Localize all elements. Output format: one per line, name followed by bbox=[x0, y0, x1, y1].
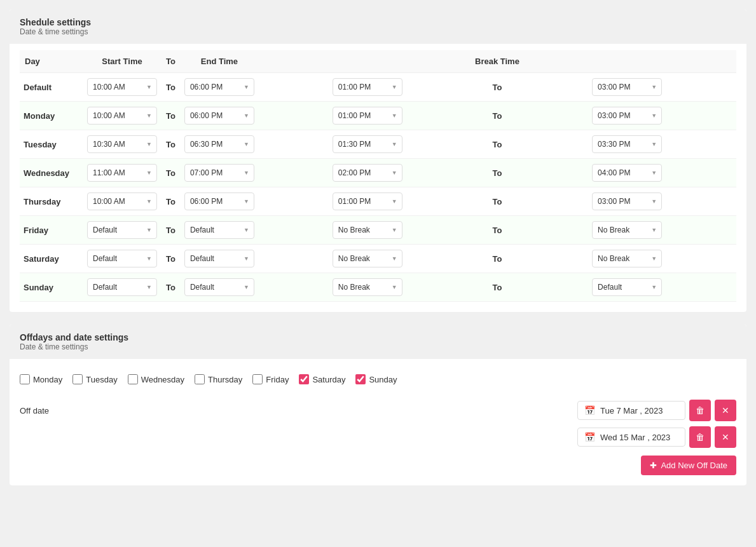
checkbox-label: Monday bbox=[33, 375, 62, 384]
to-label-2: To bbox=[477, 102, 518, 130]
checkbox-label: Tuesday bbox=[86, 375, 117, 384]
delete-off-date-button[interactable]: 🗑 bbox=[689, 426, 711, 448]
off-date-label: Off date bbox=[20, 400, 64, 415]
start-time-select[interactable]: DefaultNo Break12:00 AM12:30 AM01:00 AM0… bbox=[87, 250, 157, 267]
break-start-select[interactable]: DefaultNo Break12:00 AM12:30 AM01:00 AM0… bbox=[333, 164, 402, 182]
end-time-select[interactable]: DefaultNo Break12:00 AM12:30 AM01:00 AM0… bbox=[184, 278, 254, 296]
start-time-select[interactable]: DefaultNo Break12:00 AM12:30 AM01:00 AM0… bbox=[87, 164, 157, 182]
day-label: Default bbox=[24, 83, 52, 92]
end-time-select[interactable]: DefaultNo Break12:00 AM12:30 AM01:00 AM0… bbox=[184, 107, 254, 125]
to-label-2: To bbox=[477, 187, 518, 216]
break-start-select[interactable]: DefaultNo Break12:00 AM12:30 AM01:00 AM0… bbox=[333, 107, 402, 125]
day-cell: Friday bbox=[20, 216, 83, 245]
start-time-select[interactable]: DefaultNo Break12:00 AM12:30 AM01:00 AM0… bbox=[87, 278, 157, 296]
day-cell: Thursday bbox=[20, 187, 83, 216]
day-cell: Default bbox=[20, 73, 83, 102]
calendar-icon: 📅 bbox=[584, 432, 595, 442]
col-start-time: Start Time bbox=[83, 50, 161, 73]
delete-off-date-button[interactable]: 🗑 bbox=[689, 400, 711, 421]
break-start-select[interactable]: DefaultNo Break12:00 AM12:30 AM01:00 AM0… bbox=[333, 250, 402, 267]
to-label-1: To bbox=[161, 159, 181, 187]
col-day: Day bbox=[20, 50, 83, 73]
start-time-cell: DefaultNo Break12:00 AM12:30 AM01:00 AM0… bbox=[83, 159, 161, 187]
break-end-select[interactable]: DefaultNo Break12:00 AM12:30 AM01:00 AM0… bbox=[592, 250, 662, 267]
break-start-select[interactable]: DefaultNo Break12:00 AM12:30 AM01:00 AM0… bbox=[333, 192, 402, 210]
to-label-2: To bbox=[477, 245, 518, 273]
close-off-date-button[interactable]: ✕ bbox=[715, 400, 736, 421]
date-input-wrap: 📅Tue 7 Mar , 2023 bbox=[577, 401, 685, 420]
end-time-cell: DefaultNo Break12:00 AM12:30 AM01:00 AM0… bbox=[181, 130, 258, 159]
to-label-2: To bbox=[477, 216, 518, 245]
offdays-settings-title: Offdays and date settings bbox=[20, 332, 736, 342]
break-end-select[interactable]: DefaultNo Break12:00 AM12:30 AM01:00 AM0… bbox=[592, 78, 662, 96]
break-start-select[interactable]: DefaultNo Break12:00 AM12:30 AM01:00 AM0… bbox=[333, 135, 402, 153]
break-end-select[interactable]: DefaultNo Break12:00 AM12:30 AM01:00 AM0… bbox=[592, 107, 662, 125]
break-end-cell: DefaultNo Break12:00 AM12:30 AM01:00 AM0… bbox=[518, 187, 736, 216]
add-new-off-date-button[interactable]: ✚ Add New Off Date bbox=[641, 456, 736, 475]
end-time-cell: DefaultNo Break12:00 AM12:30 AM01:00 AM0… bbox=[181, 245, 258, 273]
start-time-cell: DefaultNo Break12:00 AM12:30 AM01:00 AM0… bbox=[83, 187, 161, 216]
start-time-select[interactable]: DefaultNo Break12:00 AM12:30 AM01:00 AM0… bbox=[87, 192, 157, 210]
offdays-checkbox-row: MondayTuesdayWednesdayThursdayFridaySatu… bbox=[20, 369, 736, 395]
day-checkbox[interactable] bbox=[128, 374, 138, 384]
start-time-select[interactable]: DefaultNo Break12:00 AM12:30 AM01:00 AM0… bbox=[87, 107, 157, 125]
break-end-cell: DefaultNo Break12:00 AM12:30 AM01:00 AM0… bbox=[518, 245, 736, 273]
checkbox-item[interactable]: Wednesday bbox=[128, 374, 184, 384]
break-end-select[interactable]: DefaultNo Break12:00 AM12:30 AM01:00 AM0… bbox=[592, 135, 662, 153]
start-time-select[interactable]: DefaultNo Break12:00 AM12:30 AM01:00 AM0… bbox=[87, 78, 157, 96]
break-end-select[interactable]: DefaultNo Break12:00 AM12:30 AM01:00 AM0… bbox=[592, 278, 662, 296]
break-start-select[interactable]: DefaultNo Break12:00 AM12:30 AM01:00 AM0… bbox=[333, 278, 402, 296]
break-start-select[interactable]: DefaultNo Break12:00 AM12:30 AM01:00 AM0… bbox=[333, 221, 402, 239]
day-checkbox[interactable] bbox=[72, 374, 83, 384]
end-time-select[interactable]: DefaultNo Break12:00 AM12:30 AM01:00 AM0… bbox=[184, 164, 254, 182]
to-label-2: To bbox=[477, 159, 518, 187]
day-checkbox[interactable] bbox=[252, 374, 263, 384]
off-date-section: Off date 📅Tue 7 Mar , 2023🗑✕📅Wed 15 Mar … bbox=[20, 395, 736, 475]
break-end-select[interactable]: DefaultNo Break12:00 AM12:30 AM01:00 AM0… bbox=[592, 164, 662, 182]
start-time-cell: DefaultNo Break12:00 AM12:30 AM01:00 AM0… bbox=[83, 216, 161, 245]
break-start-cell: DefaultNo Break12:00 AM12:30 AM01:00 AM0… bbox=[258, 102, 477, 130]
break-start-cell: DefaultNo Break12:00 AM12:30 AM01:00 AM0… bbox=[258, 159, 477, 187]
checkbox-item[interactable]: Tuesday bbox=[72, 374, 117, 384]
end-time-select[interactable]: DefaultNo Break12:00 AM12:30 AM01:00 AM0… bbox=[184, 78, 254, 96]
day-checkbox[interactable] bbox=[355, 374, 366, 384]
day-checkbox[interactable] bbox=[299, 374, 309, 384]
break-start-select[interactable]: DefaultNo Break12:00 AM12:30 AM01:00 AM0… bbox=[333, 78, 402, 96]
end-time-select[interactable]: DefaultNo Break12:00 AM12:30 AM01:00 AM0… bbox=[184, 250, 254, 267]
checkbox-item[interactable]: Sunday bbox=[355, 374, 397, 384]
break-end-cell: DefaultNo Break12:00 AM12:30 AM01:00 AM0… bbox=[518, 130, 736, 159]
end-time-cell: DefaultNo Break12:00 AM12:30 AM01:00 AM0… bbox=[181, 73, 258, 102]
day-checkbox[interactable] bbox=[195, 374, 205, 384]
day-label: Monday bbox=[24, 111, 55, 121]
start-time-select[interactable]: DefaultNo Break12:00 AM12:30 AM01:00 AM0… bbox=[87, 221, 157, 239]
off-date-row: 📅Wed 15 Mar , 2023🗑✕ bbox=[577, 426, 736, 448]
break-end-select[interactable]: DefaultNo Break12:00 AM12:30 AM01:00 AM0… bbox=[592, 192, 662, 210]
off-date-list: 📅Tue 7 Mar , 2023🗑✕📅Wed 15 Mar , 2023🗑✕✚… bbox=[74, 400, 736, 475]
checkbox-item[interactable]: Monday bbox=[20, 374, 62, 384]
to-label-1: To bbox=[161, 187, 181, 216]
date-input-wrap: 📅Wed 15 Mar , 2023 bbox=[577, 428, 685, 447]
col-end-time: End Time bbox=[181, 50, 258, 73]
to-label-2: To bbox=[477, 273, 518, 302]
start-time-cell: DefaultNo Break12:00 AM12:30 AM01:00 AM0… bbox=[83, 102, 161, 130]
break-end-select[interactable]: DefaultNo Break12:00 AM12:30 AM01:00 AM0… bbox=[592, 221, 662, 239]
schedule-table: Day Start Time To End Time Break Time De… bbox=[20, 50, 736, 302]
off-date-text: Wed 15 Mar , 2023 bbox=[600, 433, 670, 442]
day-checkbox[interactable] bbox=[20, 374, 30, 384]
start-time-cell: DefaultNo Break12:00 AM12:30 AM01:00 AM0… bbox=[83, 73, 161, 102]
end-time-select[interactable]: DefaultNo Break12:00 AM12:30 AM01:00 AM0… bbox=[184, 221, 254, 239]
close-off-date-button[interactable]: ✕ bbox=[715, 426, 736, 448]
table-row: WednesdayDefaultNo Break12:00 AM12:30 AM… bbox=[20, 159, 736, 187]
day-label: Saturday bbox=[24, 254, 59, 264]
end-time-select[interactable]: DefaultNo Break12:00 AM12:30 AM01:00 AM0… bbox=[184, 192, 254, 210]
checkbox-item[interactable]: Saturday bbox=[299, 374, 345, 384]
day-cell: Saturday bbox=[20, 245, 83, 273]
break-end-cell: DefaultNo Break12:00 AM12:30 AM01:00 AM0… bbox=[518, 273, 736, 302]
table-row: MondayDefaultNo Break12:00 AM12:30 AM01:… bbox=[20, 102, 736, 130]
table-row: SundayDefaultNo Break12:00 AM12:30 AM01:… bbox=[20, 273, 736, 302]
start-time-select[interactable]: DefaultNo Break12:00 AM12:30 AM01:00 AM0… bbox=[87, 135, 157, 153]
end-time-select[interactable]: DefaultNo Break12:00 AM12:30 AM01:00 AM0… bbox=[184, 135, 254, 153]
to-label-1: To bbox=[161, 73, 181, 102]
checkbox-item[interactable]: Thursday bbox=[195, 374, 242, 384]
checkbox-item[interactable]: Friday bbox=[252, 374, 289, 384]
